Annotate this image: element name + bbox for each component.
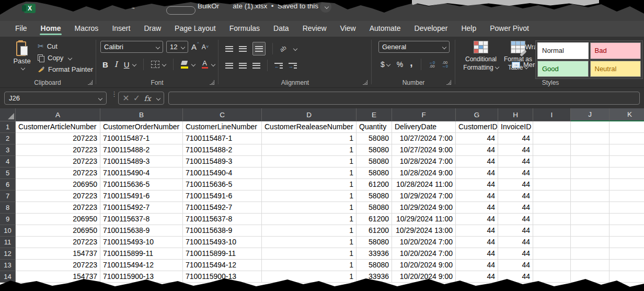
row-header-8[interactable]: 8 xyxy=(0,202,16,214)
percent-style-button[interactable]: % xyxy=(397,60,403,69)
cell-A9[interactable]: 206950 xyxy=(16,214,100,225)
cell-I1[interactable] xyxy=(533,121,571,133)
cell-I2[interactable] xyxy=(533,133,571,144)
borders-button[interactable] xyxy=(151,61,159,68)
cell-A7[interactable]: 207223 xyxy=(16,191,100,202)
comma-style-button[interactable]: , xyxy=(410,60,412,65)
cell-H2[interactable]: 44 xyxy=(498,133,533,144)
bottom-align-button[interactable] xyxy=(252,42,266,55)
cell-B6[interactable]: 7100115636-5 xyxy=(100,179,183,191)
tab-review[interactable]: Review xyxy=(296,21,334,37)
number-dialog-launcher[interactable] xyxy=(446,80,451,85)
style-normal[interactable]: Normal xyxy=(537,42,589,59)
cell-I8[interactable] xyxy=(533,202,571,214)
cell-K1[interactable] xyxy=(610,121,644,133)
cell-C5[interactable]: 7100115490-4 xyxy=(183,167,262,179)
cell-E3[interactable]: 58080 xyxy=(356,144,392,156)
cell-A11[interactable]: 207223 xyxy=(16,237,100,248)
style-good[interactable]: Good xyxy=(537,61,589,77)
increase-indent-button[interactable]: → xyxy=(289,63,297,69)
tab-file[interactable]: File xyxy=(8,21,34,37)
cell-H4[interactable]: 44 xyxy=(498,156,533,167)
cell-C3[interactable]: 7100115488-2 xyxy=(183,144,262,156)
cell-A14[interactable]: 154737 xyxy=(16,271,100,283)
cell-K13[interactable] xyxy=(610,260,644,271)
underline-button[interactable]: U xyxy=(124,60,130,69)
cell-I13[interactable] xyxy=(533,260,571,271)
cell-J12[interactable] xyxy=(571,248,610,260)
row-header-9[interactable]: 9 xyxy=(0,214,16,225)
increase-font-size-button[interactable]: A^ xyxy=(191,42,199,51)
cell-D14[interactable]: 1 xyxy=(262,271,356,283)
cell-B10[interactable]: 7100115638-9 xyxy=(100,225,183,237)
accounting-format-button[interactable]: $ xyxy=(381,60,390,69)
cell-F1[interactable]: DeliveryDate xyxy=(392,121,456,133)
row-header-3[interactable]: 3 xyxy=(0,144,16,156)
number-format-combo[interactable]: General xyxy=(378,41,450,53)
cancel-icon[interactable]: ✕ xyxy=(122,93,129,103)
font-color-button[interactable]: A xyxy=(201,60,209,69)
cell-F11[interactable]: 10/20/2024 7:00 xyxy=(392,237,456,248)
name-box[interactable]: J26 xyxy=(4,92,107,105)
cell-J3[interactable] xyxy=(571,144,610,156)
cell-A3[interactable]: 207223 xyxy=(16,144,100,156)
formula-input[interactable] xyxy=(168,92,640,105)
cell-G2[interactable]: 44 xyxy=(456,133,498,144)
tab-page-layout[interactable]: Page Layout xyxy=(168,21,223,37)
cell-E10[interactable]: 61200 xyxy=(356,225,392,237)
cell-I11[interactable] xyxy=(533,237,571,248)
cell-E1[interactable]: Quantity xyxy=(356,121,392,133)
cell-I7[interactable] xyxy=(533,191,571,202)
cell-G3[interactable]: 44 xyxy=(456,144,498,156)
cell-C12[interactable]: 7100115899-11 xyxy=(183,248,262,260)
cell-G4[interactable]: 44 xyxy=(456,156,498,167)
cell-K6[interactable] xyxy=(610,179,644,191)
cell-D11[interactable]: 1 xyxy=(262,237,356,248)
cell-A4[interactable]: 207223 xyxy=(16,156,100,167)
cell-A12[interactable]: 154737 xyxy=(16,248,100,260)
cell-K11[interactable] xyxy=(610,237,644,248)
autosave-toggle[interactable] xyxy=(166,6,196,15)
cell-D9[interactable]: 1 xyxy=(262,214,356,225)
cell-F6[interactable]: 10/28/2024 11:00 xyxy=(392,179,456,191)
cell-A8[interactable]: 207223 xyxy=(16,202,100,214)
tab-automate[interactable]: Automate xyxy=(363,21,408,37)
cell-G8[interactable]: 44 xyxy=(456,202,498,214)
row-header-11[interactable]: 11 xyxy=(0,237,16,248)
cell-B9[interactable]: 7100115637-8 xyxy=(100,214,183,225)
cell-K9[interactable] xyxy=(610,214,644,225)
cell-C8[interactable]: 7100115492-7 xyxy=(183,202,262,214)
cell-G6[interactable]: 44 xyxy=(456,179,498,191)
cell-E6[interactable]: 61200 xyxy=(356,179,392,191)
cell-J10[interactable] xyxy=(571,225,610,237)
cell-J13[interactable] xyxy=(571,260,610,271)
cell-K10[interactable] xyxy=(610,225,644,237)
cell-G9[interactable]: 44 xyxy=(456,214,498,225)
cell-I14[interactable] xyxy=(533,271,571,283)
cell-C1[interactable]: CustomerLineNumber xyxy=(183,121,262,133)
cell-I4[interactable] xyxy=(533,156,571,167)
row-header-6[interactable]: 6 xyxy=(0,179,16,191)
cell-G7[interactable]: 44 xyxy=(456,191,498,202)
cell-F7[interactable]: 10/29/2024 7:00 xyxy=(392,191,456,202)
cell-H5[interactable]: 44 xyxy=(498,167,533,179)
cell-G10[interactable]: 44 xyxy=(456,225,498,237)
cell-G1[interactable]: CustomerID xyxy=(456,121,498,133)
column-header-K[interactable]: K xyxy=(610,108,644,121)
cell-F9[interactable]: 10/29/2024 11:00 xyxy=(392,214,456,225)
decrease-indent-button[interactable]: ← xyxy=(274,63,283,69)
cell-D6[interactable]: 1 xyxy=(262,179,356,191)
cell-B14[interactable]: 7100115900-13 xyxy=(100,271,183,283)
alignment-dialog-launcher[interactable] xyxy=(363,80,367,85)
top-align-button[interactable] xyxy=(225,46,233,52)
cell-F8[interactable]: 10/29/2024 9:00 xyxy=(392,202,456,214)
bold-button[interactable]: B xyxy=(102,60,108,69)
cell-I5[interactable] xyxy=(533,167,571,179)
cell-K12[interactable] xyxy=(610,248,644,260)
cell-D2[interactable]: 1 xyxy=(262,133,356,144)
enter-icon[interactable]: ✓ xyxy=(133,93,140,103)
format-painter-button[interactable]: Format Painter xyxy=(38,65,93,73)
cell-F12[interactable]: 10/20/2024 7:00 xyxy=(392,248,456,260)
decrease-decimal-button[interactable]: .00→0 xyxy=(442,61,448,68)
middle-align-button[interactable] xyxy=(239,46,247,52)
